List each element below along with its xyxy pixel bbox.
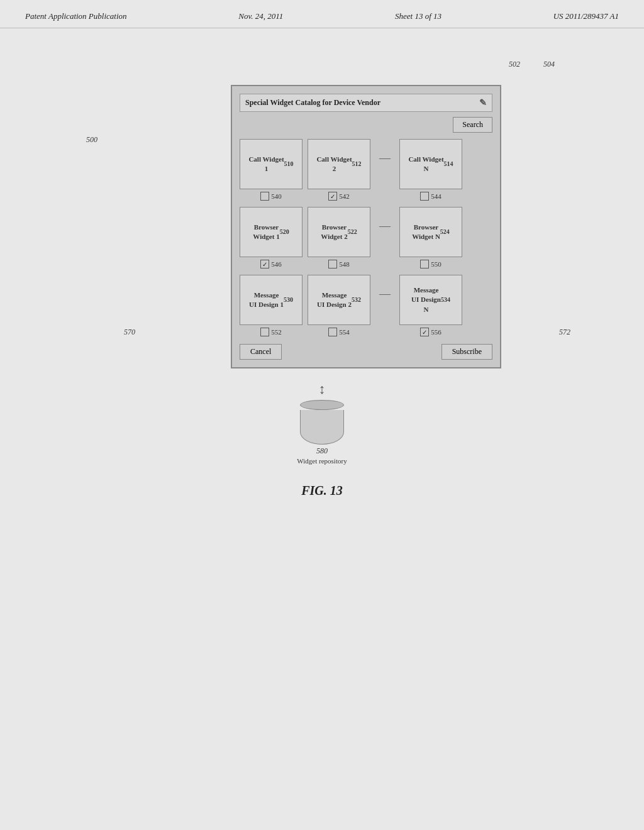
- catalog-panel: Special Widget Catalog for Device Vendor…: [231, 85, 501, 368]
- message-widget-1-checkbox-row: 552: [260, 328, 282, 336]
- browser-widget-n-box: BrowserWidget N524: [399, 207, 462, 257]
- ref-504-label: 504: [543, 60, 555, 69]
- row1-ellipsis: —: [375, 139, 394, 165]
- subscribe-button[interactable]: Subscribe: [441, 344, 492, 360]
- message-widget-1-group: MessageUI Design 1530 552: [240, 275, 303, 336]
- fig-label: FIG. 13: [301, 484, 343, 498]
- message-widget-1-box: MessageUI Design 1530: [240, 275, 303, 325]
- call-widget-1-group: Call Widget1510 540: [240, 139, 303, 201]
- message-widget-row: MessageUI Design 1530 552 MessageUI Desi…: [240, 275, 492, 336]
- message-widget-n-checkbox-row: 556: [420, 328, 441, 336]
- call-widget-1-box: Call Widget1510: [240, 139, 303, 189]
- db-ref-num: 580: [316, 446, 328, 456]
- title-icon: ✎: [479, 97, 487, 108]
- call-widget-2-checkbox-row: 542: [328, 192, 350, 201]
- call-widget-2-cb-num: 542: [339, 192, 350, 200]
- browser-widget-1-box: BrowserWidget 1520: [240, 207, 303, 257]
- message-widget-1-checkbox[interactable]: [260, 328, 269, 336]
- call-widget-2-checkbox[interactable]: [328, 192, 337, 201]
- call-widget-n-cb-num: 544: [431, 192, 441, 200]
- ref-500-label: 500: [86, 135, 97, 145]
- sheet-info: Sheet 13 of 13: [395, 11, 441, 21]
- message-widget-2-checkbox-row: 554: [328, 328, 350, 336]
- catalog-title: Special Widget Catalog for Device Vendor: [245, 98, 380, 108]
- browser-widget-n-checkbox-row: 550: [420, 260, 441, 268]
- call-widget-1-cb-num: 540: [271, 192, 282, 200]
- browser-widget-1-cb-num: 546: [271, 260, 282, 268]
- call-widget-n-checkbox[interactable]: [420, 192, 429, 201]
- row2-ellipsis: —: [375, 207, 394, 233]
- browser-widget-row: BrowserWidget 1520 546 BrowserWidget 252…: [240, 207, 492, 268]
- widget-grid: Call Widget1510 540 Call Widget2512: [240, 139, 492, 336]
- bottom-buttons: Cancel Subscribe: [240, 344, 492, 360]
- call-widget-1-checkbox[interactable]: [260, 192, 269, 201]
- call-widget-2-group: Call Widget2512 542: [308, 139, 370, 201]
- message-widget-2-checkbox[interactable]: [328, 328, 337, 336]
- ref-502-label: 502: [509, 60, 520, 69]
- message-widget-n-box: MessageUI DesignN534: [399, 275, 462, 325]
- message-widget-2-cb-num: 554: [339, 328, 350, 336]
- catalog-title-bar: Special Widget Catalog for Device Vendor…: [240, 94, 492, 112]
- db-label: Widget repository: [297, 457, 347, 465]
- message-widget-n-cb-num: 556: [431, 328, 441, 336]
- ref-570-label: 570: [124, 328, 135, 337]
- call-widget-n-box: Call WidgetN514: [399, 139, 462, 189]
- message-widget-2-box: MessageUI Design 2532: [308, 275, 370, 325]
- database-container: ↕ 580 Widget repository: [86, 381, 558, 465]
- message-widget-n-group: MessageUI DesignN534 556: [399, 275, 462, 336]
- ref-572-label: 572: [559, 328, 570, 337]
- search-button[interactable]: Search: [453, 117, 492, 133]
- browser-widget-n-cb-num: 550: [431, 260, 441, 268]
- browser-widget-1-checkbox-row: 546: [260, 260, 282, 268]
- message-widget-n-checkbox[interactable]: [420, 328, 429, 336]
- call-widget-2-box: Call Widget2512: [308, 139, 370, 189]
- browser-widget-1-checkbox[interactable]: [260, 260, 269, 268]
- message-widget-2-group: MessageUI Design 2532 554: [308, 275, 370, 336]
- browser-widget-2-box: BrowserWidget 2522: [308, 207, 370, 257]
- patent-date: Nov. 24, 2011: [238, 11, 283, 21]
- browser-widget-2-checkbox-row: 548: [328, 260, 350, 268]
- call-widget-n-checkbox-row: 544: [420, 192, 441, 201]
- browser-widget-1-group: BrowserWidget 1520 546: [240, 207, 303, 268]
- search-row: Search: [240, 117, 492, 133]
- call-widget-row: Call Widget1510 540 Call Widget2512: [240, 139, 492, 201]
- db-arrow: ↕: [319, 381, 326, 397]
- patent-number: US 2011/289437 A1: [553, 11, 619, 21]
- browser-widget-2-group: BrowserWidget 2522 548: [308, 207, 370, 268]
- cancel-button[interactable]: Cancel: [240, 344, 282, 360]
- browser-widget-2-checkbox[interactable]: [328, 260, 337, 268]
- browser-widget-n-group: BrowserWidget N524 550: [399, 207, 462, 268]
- message-widget-1-cb-num: 552: [271, 328, 282, 336]
- browser-widget-2-cb-num: 548: [339, 260, 350, 268]
- call-widget-1-checkbox-row: 540: [260, 192, 282, 201]
- db-symbol: [300, 400, 344, 445]
- call-widget-n-group: Call WidgetN514 544: [399, 139, 462, 201]
- browser-widget-n-checkbox[interactable]: [420, 260, 429, 268]
- patent-publication-label: Patent Application Publication: [25, 11, 127, 21]
- db-body: [300, 410, 344, 445]
- row3-ellipsis: —: [375, 275, 394, 301]
- db-top: [300, 400, 344, 410]
